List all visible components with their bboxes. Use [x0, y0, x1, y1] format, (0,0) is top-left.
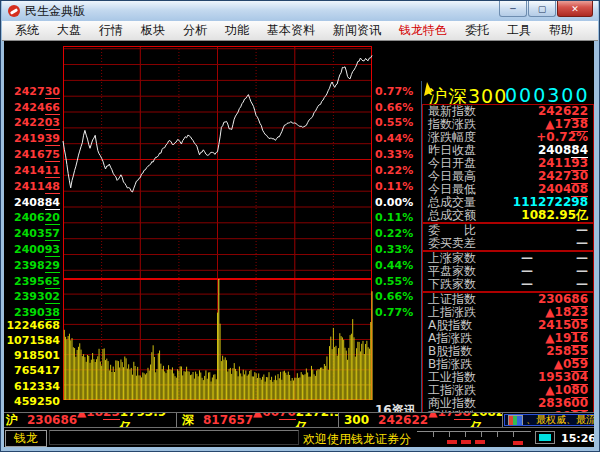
index-change: ▲1738	[428, 413, 471, 427]
intraday-chart[interactable]	[1, 41, 422, 413]
index-value: 817657	[203, 413, 253, 427]
menu-item-1[interactable]: 大盘	[48, 22, 90, 39]
window-buttons: ─▢✕	[498, 1, 593, 17]
index-segment-沪[interactable]: 沪230686▲18231793.9亿	[1, 413, 177, 427]
turnover-amount: 1793.9亿	[120, 413, 171, 427]
quote-row-label: 委买卖差	[428, 237, 476, 250]
menu-item-9[interactable]: 委托	[456, 22, 498, 39]
market-label: 深	[182, 413, 194, 427]
net-tick	[465, 432, 466, 437]
menu-item-2[interactable]: 行情	[90, 22, 132, 39]
main-content: 16资讯 沪深300 000300 最新指数242622指数涨跌▲1738涨跌幅…	[1, 41, 600, 447]
quote-group-2: 上涨家数——平盘家数——下跌家数——	[422, 251, 594, 292]
menu-item-8[interactable]: 钱龙特色	[390, 22, 456, 39]
net-activity-mark	[461, 440, 471, 444]
index-change: ▲6070	[253, 413, 296, 427]
menu-bar: 系统大盘行情板块分析功能基本资料新闻资讯钱龙特色委托工具帮助	[2, 21, 598, 41]
quote-row: 委买卖差—	[423, 237, 593, 250]
quote-group-0: 最新指数242622指数涨跌▲1738涨跌幅度+0.72%昨日收盘240884今…	[422, 104, 594, 223]
quote-row-mid-value: —	[521, 278, 533, 291]
net-tick	[497, 432, 498, 437]
minimize-button[interactable]: ─	[499, 1, 527, 17]
close-button[interactable]: ✕	[557, 1, 593, 17]
menu-item-6[interactable]: 基本资料	[258, 22, 324, 39]
window-title: 民生金典版	[25, 3, 85, 20]
quote-row: 下跌家数——	[423, 278, 593, 291]
net-activity-mark	[447, 440, 457, 444]
market-label: 沪	[6, 413, 18, 427]
change-amount-group: ▲17381082.9亿	[428, 413, 503, 427]
quote-group-1: 委 比—委买卖差—	[422, 223, 594, 251]
quote-row: 总成交额1082.95亿	[423, 209, 593, 222]
index-value: 242622	[378, 413, 428, 427]
turnover-amount: 2172.9亿	[296, 413, 339, 427]
connection-indicator	[535, 431, 555, 444]
menu-item-10[interactable]: 工具	[498, 22, 540, 39]
maximize-button[interactable]: ▢	[528, 1, 556, 17]
welcome-marquee: 欢迎使用钱龙证券分	[303, 431, 415, 448]
network-status-widget	[417, 431, 531, 445]
qianlong-button[interactable]: 钱龙	[5, 430, 47, 447]
menu-item-11[interactable]: 帮助	[540, 22, 582, 39]
net-activity-mark	[513, 441, 523, 445]
index-change: ▲1823	[77, 413, 120, 427]
app-window: 民生金典版 ─▢✕ 系统大盘行情板块分析功能基本资料新闻资讯钱龙特色委托工具帮助…	[0, 0, 600, 452]
menu-item-4[interactable]: 分析	[174, 22, 216, 39]
ad-marquee-text: 、最权威、最流畅的财经	[526, 414, 595, 426]
turnover-amount: 1082.9亿	[471, 413, 503, 427]
quote-row-value: 1082.95亿	[521, 209, 588, 222]
net-activity-mark	[475, 440, 485, 444]
change-amount-group: ▲60702172.9亿	[253, 413, 339, 427]
bottom-bar: 钱龙 欢迎使用钱龙证券分 15:26	[1, 427, 600, 448]
window-border-right	[594, 41, 599, 447]
index-segment-300[interactable]: 300242622▲17381082.9亿	[339, 413, 503, 427]
quote-row-value: —	[576, 278, 588, 291]
title-bar[interactable]: 民生金典版 ─▢✕	[2, 1, 598, 21]
menu-item-5[interactable]: 功能	[216, 22, 258, 39]
menu-item-3[interactable]: 板块	[132, 22, 174, 39]
net-tick	[481, 432, 482, 437]
net-tick	[433, 432, 434, 437]
quote-code: 000300	[505, 84, 590, 106]
quote-row-label: 下跌家数	[428, 278, 476, 291]
tv-icon	[508, 415, 523, 426]
connection-ok-icon	[539, 434, 551, 441]
status-clock: 15:26	[561, 432, 596, 445]
index-segment-深[interactable]: 深817657▲60702172.9亿	[177, 413, 339, 427]
net-tick	[449, 432, 450, 437]
index-status-bar: 沪230686▲18231793.9亿深817657▲60702172.9亿30…	[1, 412, 600, 427]
menu-item-0[interactable]: 系统	[6, 22, 48, 39]
change-amount-group: ▲18231793.9亿	[77, 413, 171, 427]
quote-row-label: 总成交额	[428, 209, 476, 222]
menu-item-7[interactable]: 新闻资讯	[324, 22, 390, 39]
command-input[interactable]	[49, 430, 299, 445]
window-border-left	[1, 41, 4, 447]
quote-row-value: —	[576, 237, 588, 250]
app-logo-icon	[8, 5, 20, 17]
window-border-bottom	[1, 447, 600, 452]
index-value: 230686	[27, 413, 77, 427]
net-tick	[513, 432, 514, 437]
market-label: 300	[344, 413, 369, 427]
ad-marquee[interactable]: 、最权威、最流畅的财经	[504, 414, 595, 426]
